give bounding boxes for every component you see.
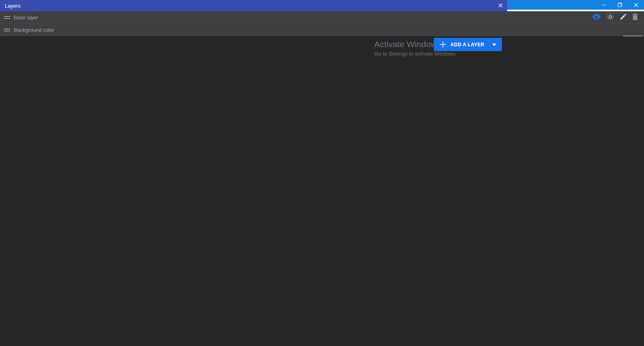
- close-icon: [634, 3, 638, 7]
- add-layer-button[interactable]: ADD A LAYER: [434, 38, 502, 51]
- layers-panel-header: Layers: [0, 0, 507, 11]
- add-layer-label: ADD A LAYER: [450, 42, 492, 47]
- caret-down-icon[interactable]: [492, 43, 497, 46]
- layer-name: Base layer: [14, 14, 38, 21]
- restore-icon: [617, 2, 622, 7]
- layers-panel: Layers Base layer: [0, 0, 507, 76]
- drag-handle-icon[interactable]: [4, 29, 10, 31]
- minimize-button[interactable]: [596, 0, 612, 10]
- layer-effects-icon[interactable]: [606, 13, 614, 23]
- close-window-button[interactable]: [628, 0, 644, 10]
- layer-delete-icon[interactable]: [632, 13, 638, 22]
- activate-windows-watermark-sub: Go to Settings to activate Windows.: [374, 51, 457, 57]
- layers-panel-title: Layers: [5, 3, 21, 9]
- close-panel-icon[interactable]: [498, 3, 503, 9]
- restore-button[interactable]: [612, 0, 628, 10]
- layer-name: Background color: [14, 27, 54, 33]
- layer-row-base[interactable]: Base layer: [0, 11, 644, 24]
- activate-windows-watermark: Activate Windows: [374, 39, 441, 49]
- minimize-icon: [602, 3, 606, 7]
- gdevelop-window: G GDevelop 5 - C:\Users\Sparkle\OneDrive…: [0, 0, 644, 346]
- layer-edit-icon[interactable]: [619, 13, 627, 22]
- plus-icon: [440, 41, 446, 48]
- drag-handle-icon[interactable]: [4, 16, 10, 19]
- layer-row-background-color[interactable]: Background color: [0, 24, 644, 36]
- layer-visibility-icon[interactable]: [592, 14, 601, 21]
- layers-list: Base layer: [0, 11, 644, 36]
- layers-panel-footer: [0, 36, 644, 346]
